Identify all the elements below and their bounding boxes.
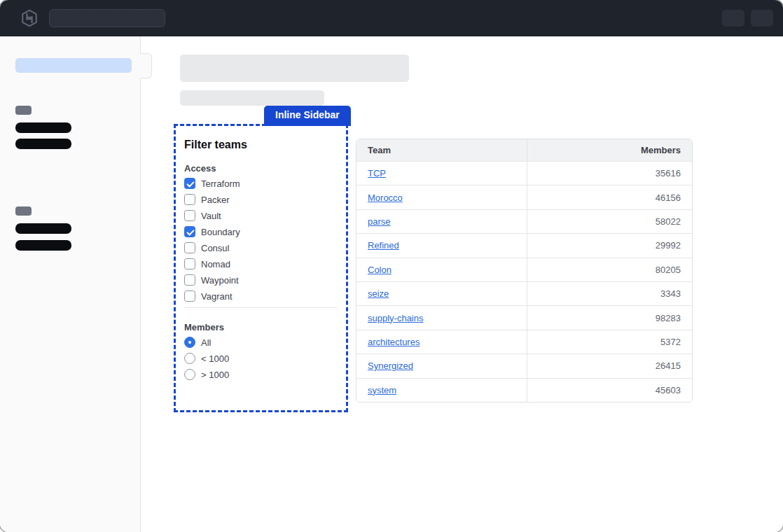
- topbar-action-placeholder: [722, 10, 744, 27]
- topbar-action-placeholder: [751, 10, 773, 27]
- sidebar-section-label-placeholder: [15, 206, 32, 216]
- members-group-label: Members: [184, 322, 338, 332]
- team-link[interactable]: supply-chains: [368, 313, 424, 323]
- team-link[interactable]: Colon: [368, 265, 392, 275]
- checkbox-option-waypoint[interactable]: Waypoint: [184, 274, 338, 286]
- team-link[interactable]: TCP: [368, 168, 386, 178]
- table-header-row: Team Members: [356, 139, 692, 161]
- radio-label: < 1000: [201, 354, 229, 364]
- table-row: seize 3343: [356, 281, 692, 305]
- radio-label: > 1000: [201, 370, 229, 380]
- members-count: 45603: [656, 385, 681, 396]
- radio-button[interactable]: [184, 369, 195, 380]
- team-link[interactable]: Synergized: [368, 360, 413, 371]
- checkbox-option-consul[interactable]: Consul: [184, 242, 338, 253]
- table-row: parse 58022: [356, 209, 692, 233]
- team-link[interactable]: Morocco: [368, 192, 403, 203]
- members-count: 35616: [656, 168, 681, 178]
- table-row: system 45603: [356, 378, 692, 402]
- checkbox-label: Nomad: [201, 259, 230, 270]
- checkbox[interactable]: [184, 194, 195, 205]
- checkbox-option-packer[interactable]: Packer: [184, 194, 338, 205]
- members-count: 58022: [656, 216, 681, 227]
- table-row: Refined 29992: [356, 233, 692, 257]
- hashicorp-logo-icon: [20, 9, 39, 27]
- checkbox-option-vagrant[interactable]: Vagrant: [184, 290, 338, 302]
- checkbox[interactable]: [184, 210, 195, 221]
- teams-table: Team Members TCP 35616 Morocco 46156 par…: [356, 139, 693, 402]
- checkbox-option-vault[interactable]: Vault: [184, 210, 338, 221]
- members-count: 80205: [656, 265, 681, 275]
- radio-button[interactable]: [184, 337, 195, 348]
- table-row: architectures 5372: [356, 330, 692, 354]
- sidebar-nav-item-placeholder[interactable]: [15, 139, 71, 149]
- top-navigation-bar: [0, 0, 783, 36]
- members-count: 26415: [656, 360, 681, 371]
- app-window: Inline Sidebar Filter teams Access Terra…: [0, 0, 783, 532]
- topbar-search-placeholder: [49, 9, 165, 27]
- sidebar-toggle-handle[interactable]: [140, 53, 152, 78]
- sidebar-nav-item-placeholder[interactable]: [15, 240, 71, 251]
- column-header-team: Team: [368, 145, 391, 155]
- team-link[interactable]: architectures: [368, 337, 420, 347]
- members-count: 98283: [656, 313, 681, 323]
- inline-sidebar-filter-panel: Filter teams Access Terraform Packer Vau…: [174, 124, 348, 412]
- team-link[interactable]: seize: [368, 288, 389, 299]
- checkbox[interactable]: [184, 290, 195, 302]
- filter-panel-title: Filter teams: [184, 138, 338, 151]
- main-content: Inline Sidebar Filter teams Access Terra…: [141, 36, 783, 532]
- checkbox-option-nomad[interactable]: Nomad: [184, 258, 338, 270]
- checkbox-option-boundary[interactable]: Boundary: [184, 226, 338, 237]
- checkbox[interactable]: [184, 258, 195, 270]
- checkbox-option-terraform[interactable]: Terraform: [184, 178, 338, 189]
- members-count: 5372: [660, 337, 681, 347]
- checkbox[interactable]: [184, 178, 195, 189]
- checkbox[interactable]: [184, 242, 195, 253]
- sidebar-active-item-placeholder[interactable]: [15, 58, 132, 73]
- column-header-members: Members: [641, 145, 681, 155]
- radio-label: All: [201, 337, 211, 348]
- radio-option-all[interactable]: All: [184, 337, 338, 348]
- members-count: 3343: [660, 288, 681, 299]
- checkbox-label: Packer: [201, 195, 229, 205]
- annotation-badge: Inline Sidebar: [264, 106, 351, 126]
- checkbox-label: Waypoint: [201, 275, 239, 286]
- checkbox-label: Vagrant: [201, 291, 233, 302]
- radio-option-less-1000[interactable]: < 1000: [184, 353, 338, 364]
- team-link[interactable]: parse: [368, 216, 391, 227]
- app-sidebar: [0, 36, 141, 532]
- checkbox-label: Vault: [201, 211, 221, 221]
- sidebar-nav-item-placeholder[interactable]: [15, 223, 71, 234]
- radio-button[interactable]: [184, 353, 195, 364]
- sidebar-section-label-placeholder: [15, 106, 32, 115]
- checkbox-label: Consul: [201, 243, 229, 253]
- radio-option-greater-1000[interactable]: > 1000: [184, 369, 338, 380]
- team-link[interactable]: system: [368, 385, 396, 396]
- page-subtitle-placeholder: [180, 90, 324, 106]
- table-row: supply-chains 98283: [356, 305, 692, 329]
- checkbox[interactable]: [184, 226, 195, 237]
- team-link[interactable]: Refined: [368, 240, 399, 251]
- table-row: TCP 35616: [356, 161, 692, 185]
- members-count: 46156: [656, 192, 681, 203]
- filter-divider: [184, 307, 338, 308]
- access-group-label: Access: [184, 163, 338, 174]
- members-count: 29992: [656, 240, 681, 251]
- table-row: Synergized 26415: [356, 354, 692, 377]
- sidebar-nav-item-placeholder[interactable]: [15, 122, 71, 133]
- table-row: Morocco 46156: [356, 185, 692, 209]
- checkbox-label: Terraform: [201, 178, 240, 189]
- checkbox[interactable]: [184, 274, 195, 286]
- page-title-placeholder: [180, 55, 409, 82]
- checkbox-label: Boundary: [201, 227, 240, 237]
- table-row: Colon 80205: [356, 258, 692, 281]
